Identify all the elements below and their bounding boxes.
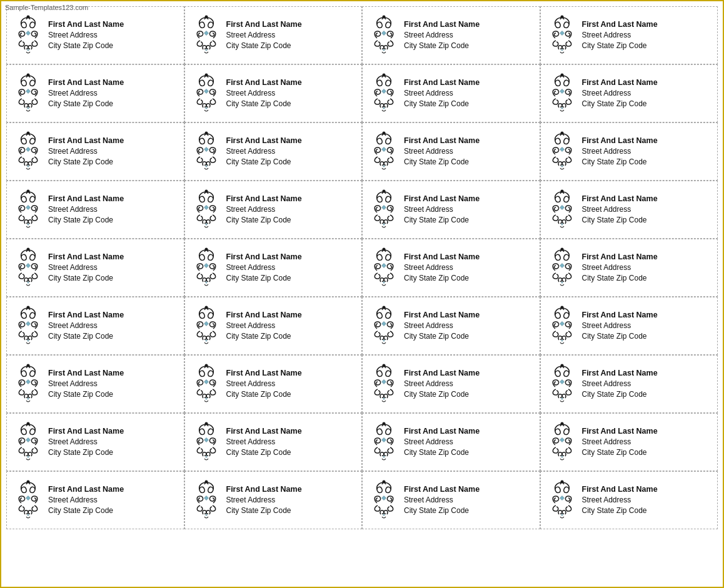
watermark-text: Sample-Templates123.com	[5, 4, 88, 11]
label-cell: First And Last Name Street Address City …	[362, 122, 540, 181]
decorative-icon	[368, 130, 400, 174]
label-text-block: First And Last Name Street Address City …	[48, 136, 124, 167]
label-city-text: City State Zip Code	[404, 215, 480, 226]
decorative-icon	[368, 362, 400, 406]
label-name-text: First And Last Name	[48, 252, 124, 263]
label-text-block: First And Last Name Street Address City …	[226, 368, 302, 400]
label-street-text: Street Address	[48, 437, 124, 447]
label-street-text: Street Address	[582, 146, 658, 157]
label-street-text: Street Address	[404, 30, 480, 41]
decorative-icon	[368, 479, 400, 522]
label-text-block: First And Last Name Street Address City …	[582, 136, 658, 167]
label-name-text: First And Last Name	[226, 252, 302, 263]
decorative-icon	[190, 421, 223, 464]
decorative-icon	[190, 130, 223, 174]
label-name-text: First And Last Name	[404, 194, 480, 205]
label-text-block: First And Last Name Street Address City …	[404, 484, 480, 516]
label-cell: First And Last Name Street Address City …	[540, 355, 718, 413]
label-text-block: First And Last Name Street Address City …	[48, 368, 124, 400]
decorative-icon	[190, 246, 223, 290]
label-text-block: First And Last Name Street Address City …	[226, 252, 302, 284]
decorative-icon	[12, 479, 44, 522]
decorative-icon	[546, 421, 578, 464]
label-street-text: Street Address	[404, 321, 480, 331]
label-text-block: First And Last Name Street Address City …	[404, 19, 480, 51]
label-street-text: Street Address	[226, 262, 302, 273]
label-street-text: Street Address	[404, 262, 480, 273]
decorative-icon	[368, 188, 400, 232]
label-cell: First And Last Name Street Address City …	[184, 181, 363, 239]
label-city-text: City State Zip Code	[48, 273, 124, 284]
label-grid: First And Last Name Street Address City …	[6, 6, 718, 529]
label-cell: First And Last Name Street Address City …	[184, 64, 363, 122]
label-text-block: First And Last Name Street Address City …	[404, 136, 480, 167]
label-street-text: Street Address	[582, 379, 658, 389]
label-cell: First And Last Name Street Address City …	[362, 355, 540, 413]
label-street-text: Street Address	[48, 88, 124, 99]
label-city-text: City State Zip Code	[226, 273, 302, 284]
label-name-text: First And Last Name	[48, 484, 124, 496]
label-cell: First And Last Name Street Address City …	[6, 355, 184, 413]
label-cell: First And Last Name Street Address City …	[540, 239, 718, 297]
decorative-icon	[190, 72, 223, 116]
decorative-icon	[546, 188, 578, 232]
decorative-icon	[546, 304, 578, 348]
decorative-icon	[190, 479, 223, 522]
label-street-text: Street Address	[48, 30, 124, 41]
label-city-text: City State Zip Code	[582, 157, 658, 167]
label-city-text: City State Zip Code	[582, 447, 658, 458]
label-name-text: First And Last Name	[582, 484, 658, 496]
label-name-text: First And Last Name	[582, 310, 658, 321]
label-city-text: City State Zip Code	[582, 99, 658, 109]
label-street-text: Street Address	[404, 437, 480, 447]
label-name-text: First And Last Name	[582, 77, 658, 89]
label-city-text: City State Zip Code	[404, 389, 480, 400]
decorative-icon	[546, 479, 578, 522]
label-street-text: Street Address	[226, 437, 302, 447]
label-text-block: First And Last Name Street Address City …	[404, 368, 480, 400]
label-name-text: First And Last Name	[404, 310, 480, 321]
label-street-text: Street Address	[48, 262, 124, 273]
label-name-text: First And Last Name	[582, 368, 658, 379]
decorative-icon	[368, 14, 400, 57]
label-street-text: Street Address	[226, 321, 302, 331]
label-city-text: City State Zip Code	[404, 331, 480, 342]
label-text-block: First And Last Name Street Address City …	[48, 426, 124, 458]
label-city-text: City State Zip Code	[582, 331, 658, 342]
label-name-text: First And Last Name	[404, 252, 480, 263]
label-name-text: First And Last Name	[226, 77, 302, 89]
decorative-icon	[12, 130, 44, 174]
label-cell: First And Last Name Street Address City …	[184, 413, 363, 471]
label-cell: First And Last Name Street Address City …	[6, 471, 184, 529]
label-city-text: City State Zip Code	[582, 506, 658, 516]
label-street-text: Street Address	[582, 30, 658, 41]
label-street-text: Street Address	[404, 495, 480, 506]
label-city-text: City State Zip Code	[404, 506, 480, 516]
label-name-text: First And Last Name	[404, 368, 480, 379]
label-street-text: Street Address	[582, 262, 658, 273]
label-cell: First And Last Name Street Address City …	[6, 297, 184, 355]
label-city-text: City State Zip Code	[226, 215, 302, 226]
label-name-text: First And Last Name	[226, 194, 302, 205]
label-city-text: City State Zip Code	[48, 506, 124, 516]
label-cell: First And Last Name Street Address City …	[540, 64, 718, 122]
label-street-text: Street Address	[48, 379, 124, 389]
label-city-text: City State Zip Code	[404, 41, 480, 51]
label-cell: First And Last Name Street Address City …	[362, 239, 540, 297]
label-cell: First And Last Name Street Address City …	[6, 6, 184, 64]
decorative-icon	[12, 14, 44, 57]
label-name-text: First And Last Name	[404, 77, 480, 89]
label-city-text: City State Zip Code	[226, 447, 302, 458]
decorative-icon	[12, 72, 44, 116]
decorative-icon	[190, 14, 223, 57]
label-text-block: First And Last Name Street Address City …	[226, 194, 302, 226]
label-street-text: Street Address	[582, 88, 658, 99]
label-name-text: First And Last Name	[226, 19, 302, 31]
decorative-icon	[12, 246, 44, 290]
label-name-text: First And Last Name	[48, 77, 124, 89]
label-text-block: First And Last Name Street Address City …	[582, 368, 658, 400]
label-street-text: Street Address	[582, 321, 658, 331]
label-name-text: First And Last Name	[48, 368, 124, 379]
decorative-icon	[12, 304, 44, 348]
decorative-icon	[368, 246, 400, 290]
